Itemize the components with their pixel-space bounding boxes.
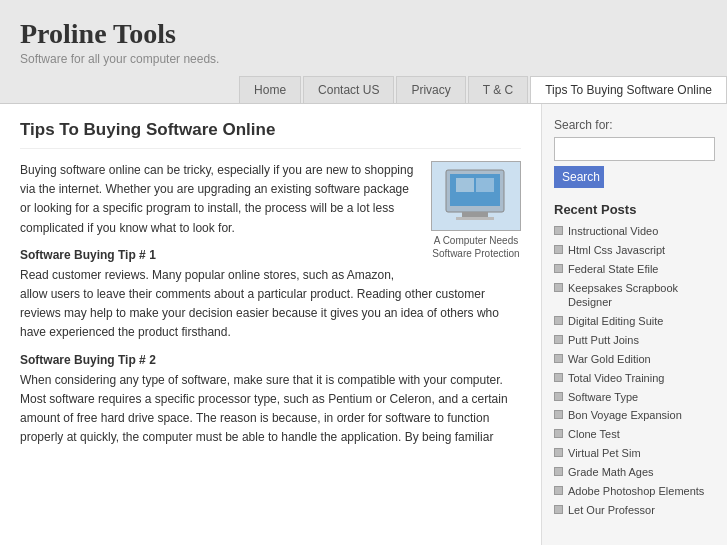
recent-post-item[interactable]: Adobe Photoshop Elements	[554, 484, 715, 499]
post-icon	[554, 335, 563, 344]
post-icon	[554, 245, 563, 254]
site-tagline: Software for all your computer needs.	[20, 52, 707, 66]
recent-post-label: Bon Voyage Expansion	[568, 408, 682, 423]
recent-post-item[interactable]: War Gold Edition	[554, 352, 715, 367]
recent-post-item[interactable]: Bon Voyage Expansion	[554, 408, 715, 423]
svg-rect-2	[462, 212, 488, 217]
recent-post-item[interactable]: Virtual Pet Sim	[554, 446, 715, 461]
recent-post-label: Total Video Training	[568, 371, 664, 386]
article-image-caption: A Computer Needs Software Protection	[431, 234, 521, 260]
recent-post-item[interactable]: Html Css Javascript	[554, 243, 715, 258]
recent-post-label: Grade Math Ages	[568, 465, 654, 480]
post-icon	[554, 354, 563, 363]
post-icon	[554, 283, 563, 292]
search-button[interactable]: Search	[554, 166, 604, 188]
page-title: Tips To Buying Software Online	[20, 120, 521, 149]
recent-post-label: Html Css Javascript	[568, 243, 665, 258]
post-icon	[554, 486, 563, 495]
site-title: Proline Tools	[20, 18, 707, 50]
tip2-heading: Software Buying Tip # 2	[20, 353, 521, 367]
recent-posts-list: Instructional VideoHtml Css JavascriptFe…	[554, 224, 715, 518]
post-icon	[554, 467, 563, 476]
post-icon	[554, 392, 563, 401]
sidebar: Search for: Search Recent Posts Instruct…	[542, 104, 727, 545]
recent-post-item[interactable]: Grade Math Ages	[554, 465, 715, 480]
content-area: Tips To Buying Software Online A Compute…	[0, 104, 542, 545]
recent-post-item[interactable]: Keepsakes Scrapbook Designer	[554, 281, 715, 311]
svg-rect-3	[456, 217, 494, 220]
post-icon	[554, 410, 563, 419]
tip2-text: When considering any type of software, m…	[20, 371, 521, 448]
post-icon	[554, 316, 563, 325]
nav-item-home[interactable]: Home	[239, 76, 301, 103]
site-header: Proline Tools Software for all your comp…	[0, 0, 727, 76]
main-container: Tips To Buying Software Online A Compute…	[0, 104, 727, 545]
recent-post-label: Let Our Professor	[568, 503, 655, 518]
recent-post-item[interactable]: Putt Putt Joins	[554, 333, 715, 348]
article-image	[431, 161, 521, 231]
recent-post-item[interactable]: Instructional Video	[554, 224, 715, 239]
recent-post-label: Putt Putt Joins	[568, 333, 639, 348]
post-icon	[554, 226, 563, 235]
nav-item-tips[interactable]: Tips To Buying Software Online	[530, 76, 727, 103]
search-form: Search	[554, 137, 715, 188]
nav-item-privacy[interactable]: Privacy	[396, 76, 465, 103]
article-image-wrap: A Computer Needs Software Protection	[431, 161, 521, 260]
post-icon	[554, 264, 563, 273]
nav-item-tc[interactable]: T & C	[468, 76, 528, 103]
recent-post-item[interactable]: Clone Test	[554, 427, 715, 442]
recent-post-label: Instructional Video	[568, 224, 658, 239]
nav-item-contact[interactable]: Contact US	[303, 76, 394, 103]
svg-rect-4	[456, 178, 474, 192]
tip1-text: Read customer reviews. Many popular onli…	[20, 266, 521, 343]
post-icon	[554, 429, 563, 438]
recent-post-item[interactable]: Software Type	[554, 390, 715, 405]
computer-illustration	[432, 162, 520, 230]
search-input[interactable]	[554, 137, 715, 161]
recent-post-item[interactable]: Federal State Efile	[554, 262, 715, 277]
recent-post-label: Clone Test	[568, 427, 620, 442]
recent-post-label: Federal State Efile	[568, 262, 659, 277]
recent-post-label: Keepsakes Scrapbook Designer	[568, 281, 715, 311]
recent-post-item[interactable]: Total Video Training	[554, 371, 715, 386]
recent-posts-heading: Recent Posts	[554, 202, 715, 217]
post-icon	[554, 373, 563, 382]
recent-post-item[interactable]: Digital Editing Suite	[554, 314, 715, 329]
recent-post-label: Virtual Pet Sim	[568, 446, 641, 461]
nav-bar: Home Contact US Privacy T & C Tips To Bu…	[0, 76, 727, 104]
post-icon	[554, 505, 563, 514]
recent-post-label: Digital Editing Suite	[568, 314, 663, 329]
post-icon	[554, 448, 563, 457]
svg-rect-5	[476, 178, 494, 192]
recent-post-label: Adobe Photoshop Elements	[568, 484, 704, 499]
search-label: Search for:	[554, 118, 715, 132]
recent-post-label: Software Type	[568, 390, 638, 405]
recent-post-label: War Gold Edition	[568, 352, 651, 367]
recent-post-item[interactable]: Let Our Professor	[554, 503, 715, 518]
